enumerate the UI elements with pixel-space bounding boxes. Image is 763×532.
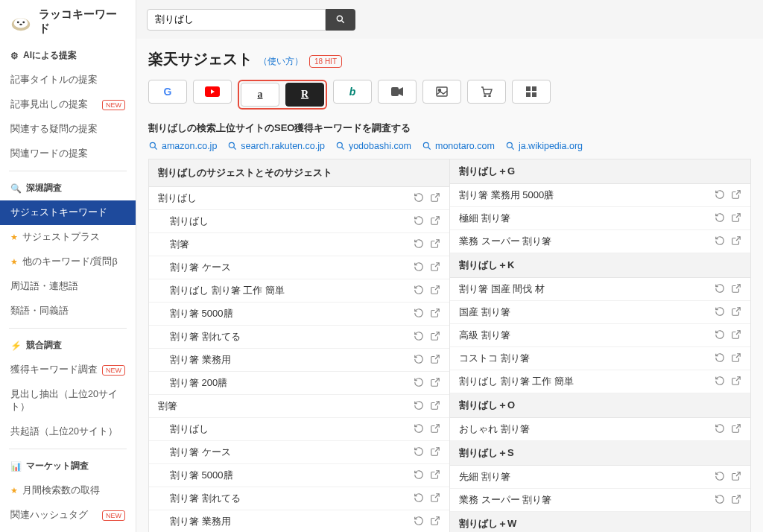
source-tab-amazon[interactable]: a — [241, 83, 279, 107]
open-icon[interactable] — [731, 212, 741, 225]
source-tab-grid[interactable] — [512, 80, 551, 104]
sidebar-item-market-0[interactable]: ★月間検索数の取得 — [0, 478, 136, 503]
sidebar-item-compete-1[interactable]: 見出し抽出（上位20サイト） — [0, 382, 136, 419]
open-icon[interactable] — [430, 469, 440, 482]
reload-icon[interactable] — [414, 354, 424, 367]
reload-icon[interactable] — [715, 471, 725, 484]
result-row[interactable]: 割り箸 割れてる — [149, 487, 449, 510]
result-row[interactable]: 割り箸 割れてる — [149, 326, 449, 349]
open-icon[interactable] — [430, 192, 440, 205]
seo-link[interactable]: ja.wikipedia.org — [505, 141, 583, 151]
result-row[interactable]: 割箸 — [149, 233, 449, 256]
seo-link[interactable]: amazon.co.jp — [148, 141, 217, 151]
reload-icon[interactable] — [715, 283, 725, 296]
source-tab-youtube[interactable] — [193, 80, 232, 104]
source-tab-image[interactable] — [422, 80, 461, 104]
reload-icon[interactable] — [414, 308, 424, 320]
reload-icon[interactable] — [414, 446, 424, 459]
open-icon[interactable] — [731, 283, 741, 296]
result-row[interactable]: 割り箸 業務用 5000膳 — [450, 184, 750, 207]
reload-icon[interactable] — [715, 189, 725, 202]
result-row[interactable]: 割りばし — [149, 187, 449, 210]
sidebar-item-deep-2[interactable]: ★他のキーワード/質問β — [0, 250, 136, 274]
result-row[interactable]: 割り箸 ケース — [149, 441, 449, 464]
open-icon[interactable] — [731, 189, 741, 202]
open-icon[interactable] — [430, 354, 440, 367]
reload-icon[interactable] — [715, 352, 725, 365]
open-icon[interactable] — [731, 494, 741, 507]
usage-link[interactable]: （使い方） — [259, 55, 303, 68]
reload-icon[interactable] — [414, 400, 424, 413]
result-row[interactable]: 割り箸 200膳 — [149, 372, 449, 395]
reload-icon[interactable] — [414, 238, 424, 251]
result-row[interactable]: 業務 スーパー 割り箸 — [450, 489, 750, 512]
result-row[interactable]: コストコ 割り箸 — [450, 347, 750, 370]
open-icon[interactable] — [731, 235, 741, 248]
sidebar-item-ai-2[interactable]: 関連する疑問の提案 — [0, 117, 136, 142]
result-row[interactable]: 割り箸 業務用 — [149, 349, 449, 372]
result-row[interactable]: 割り箸 国産 間伐 材 — [450, 278, 750, 301]
sidebar-item-market-2[interactable]: Q&Aサイト（知恵袋など） — [0, 528, 136, 532]
search-button[interactable] — [326, 9, 355, 31]
open-icon[interactable] — [430, 377, 440, 390]
open-icon[interactable] — [430, 285, 440, 297]
seo-link[interactable]: search.rakuten.co.jp — [227, 141, 325, 151]
result-row[interactable]: 割りばし — [149, 418, 449, 441]
reload-icon[interactable] — [414, 262, 424, 274]
search-input[interactable] — [147, 9, 326, 31]
reload-icon[interactable] — [715, 376, 725, 388]
sidebar-item-deep-4[interactable]: 類語・同義語 — [0, 299, 136, 323]
seo-link[interactable]: monotaro.com — [422, 141, 495, 151]
sidebar-item-compete-0[interactable]: 獲得キーワード調査NEW — [0, 358, 136, 382]
result-row[interactable]: 割りばし 割り箸 工作 簡単 — [149, 279, 449, 303]
sidebar-item-market-1[interactable]: 関連ハッシュタグNEW — [0, 503, 136, 528]
source-tab-bing[interactable]: b — [333, 80, 372, 104]
result-row[interactable]: おしゃれ 割り箸 — [450, 418, 750, 441]
source-tab-video[interactable] — [378, 80, 417, 104]
sidebar-item-ai-0[interactable]: 記事タイトルの提案 — [0, 68, 136, 92]
result-row[interactable]: 割箸 — [149, 395, 449, 418]
reload-icon[interactable] — [414, 516, 424, 528]
result-row[interactable]: 高級 割り箸 — [450, 324, 750, 347]
result-row[interactable]: 国産 割り箸 — [450, 301, 750, 324]
result-row[interactable]: 割り箸 業務用 — [149, 510, 449, 532]
open-icon[interactable] — [430, 516, 440, 528]
open-icon[interactable] — [731, 471, 741, 484]
source-tab-rakuten[interactable]: R — [285, 83, 324, 107]
source-tab-google[interactable]: G — [148, 80, 187, 104]
sidebar-item-deep-3[interactable]: 周辺語・連想語 — [0, 274, 136, 299]
reload-icon[interactable] — [414, 469, 424, 482]
sidebar-item-ai-1[interactable]: 記事見出しの提案NEW — [0, 92, 136, 117]
open-icon[interactable] — [430, 423, 440, 436]
seo-link[interactable]: yodobashi.com — [335, 141, 411, 151]
open-icon[interactable] — [430, 238, 440, 251]
sidebar-item-deep-0[interactable]: サジェストキーワード — [0, 200, 136, 225]
reload-icon[interactable] — [715, 494, 725, 507]
open-icon[interactable] — [430, 331, 440, 343]
open-icon[interactable] — [731, 376, 741, 388]
result-row[interactable]: 割りばし — [149, 210, 449, 233]
reload-icon[interactable] — [715, 306, 725, 319]
result-row[interactable]: 極細 割り箸 — [450, 207, 750, 230]
reload-icon[interactable] — [414, 192, 424, 205]
open-icon[interactable] — [731, 306, 741, 319]
reload-icon[interactable] — [414, 285, 424, 297]
result-row[interactable]: 割り箸 5000膳 — [149, 464, 449, 487]
open-icon[interactable] — [430, 308, 440, 320]
result-row[interactable]: 業務 スーパー 割り箸 — [450, 230, 750, 253]
sidebar-item-deep-1[interactable]: ★サジェストプラス — [0, 225, 136, 250]
open-icon[interactable] — [430, 446, 440, 459]
sidebar-item-compete-2[interactable]: 共起語（上位20サイト） — [0, 419, 136, 444]
open-icon[interactable] — [430, 262, 440, 274]
result-row[interactable]: 割り箸 5000膳 — [149, 303, 449, 326]
reload-icon[interactable] — [414, 377, 424, 390]
logo[interactable]: ラッコキーワード — [0, 0, 136, 43]
result-row[interactable]: 割りばし 割り箸 工作 簡単 — [450, 370, 750, 393]
open-icon[interactable] — [731, 423, 741, 436]
open-icon[interactable] — [430, 400, 440, 413]
source-tab-shopping[interactable] — [467, 80, 506, 104]
reload-icon[interactable] — [414, 493, 424, 505]
reload-icon[interactable] — [715, 212, 725, 225]
reload-icon[interactable] — [715, 329, 725, 342]
open-icon[interactable] — [430, 493, 440, 505]
